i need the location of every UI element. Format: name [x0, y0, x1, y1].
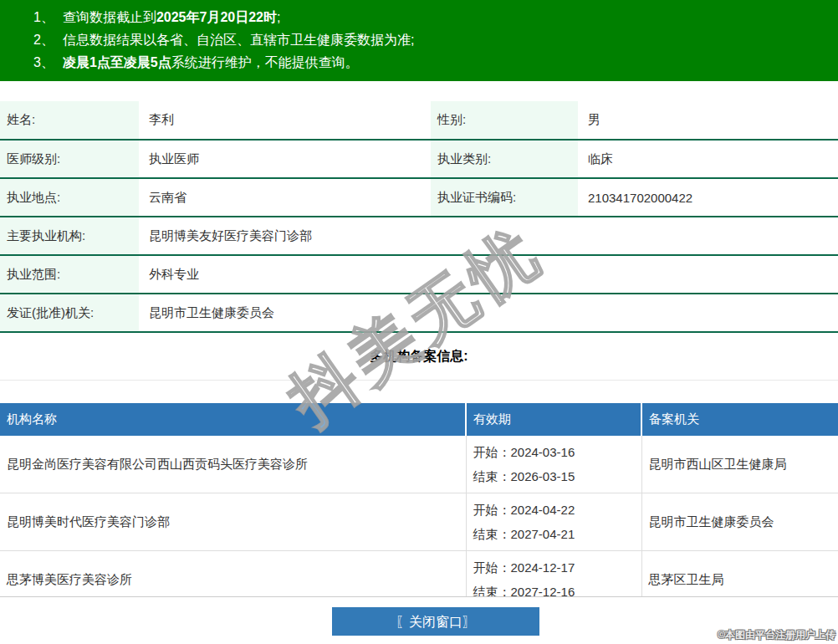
notice-text: 查询数据截止到2025年7月20日22时;	[63, 10, 281, 24]
info-value: 昆明市卫生健康委员会	[139, 294, 838, 332]
filing-table-body: 昆明金尚医疗美容有限公司西山西贡码头医疗美容诊所 开始：2024-03-16 结…	[0, 436, 838, 597]
info-label: 姓名:	[0, 101, 139, 140]
info-label: 发证(批准)机关:	[0, 294, 139, 332]
notice-text: 凌晨1点至凌晨5点系统进行维护，不能提供查询。	[63, 55, 359, 69]
filing-header-authority: 备案机关	[641, 403, 838, 436]
validity-end: 结束：2027-04-21	[473, 522, 635, 546]
info-row: 发证(批准)机关: 昆明市卫生健康委员会	[0, 294, 838, 332]
validity-end: 结束：2027-12-16	[473, 580, 635, 597]
info-value: 210341702000422	[578, 178, 838, 217]
filing-row: 思茅博美医疗美容诊所 开始：2024-12-17 结束：2027-12-16 思…	[0, 551, 838, 598]
section-title: 多机构备案信息:	[370, 349, 468, 363]
filing-table-wrap: 机构名称 有效期 备案机关 昆明金尚医疗美容有限公司西山西贡码头医疗美容诊所 开…	[0, 403, 838, 597]
info-value: 外科专业	[139, 255, 838, 294]
filing-org: 昆明金尚医疗美容有限公司西山西贡码头医疗美容诊所	[0, 436, 466, 493]
notice-item: 1、查询数据截止到2025年7月20日22时;	[33, 6, 825, 28]
info-value: 李利	[139, 101, 431, 140]
filing-validity: 开始：2024-12-17 结束：2027-12-16	[466, 551, 641, 598]
section-title-wrap: 多机构备案信息:	[0, 333, 838, 381]
info-value: 临床	[578, 140, 838, 178]
notice-item: 2、信息数据结果以各省、自治区、直辖市卫生健康委数据为准;	[33, 28, 825, 51]
filing-validity: 开始：2024-04-22 结束：2027-04-21	[466, 493, 641, 551]
validity-start: 开始：2024-03-16	[473, 440, 635, 464]
filing-authority: 思茅区卫生局	[641, 551, 838, 598]
info-label: 性别:	[431, 101, 578, 140]
info-row: 姓名: 李利 性别: 男	[0, 101, 838, 140]
close-window-button[interactable]: 〖关闭窗口〗	[332, 607, 539, 636]
upload-credit-text: ©本图由平台注册用户上传	[718, 628, 835, 642]
filing-row: 昆明博美时代医疗美容门诊部 开始：2024-04-22 结束：2027-04-2…	[0, 493, 838, 551]
filing-header-org: 机构名称	[0, 403, 466, 436]
info-table-body: 姓名: 李利 性别: 男 医师级别: 执业医师 执业类别: 临床 执业地点: 云…	[0, 101, 838, 332]
info-label: 执业范围:	[0, 255, 139, 294]
filing-org: 昆明博美时代医疗美容门诊部	[0, 493, 466, 551]
filing-org: 思茅博美医疗美容诊所	[0, 551, 466, 598]
filing-row: 昆明金尚医疗美容有限公司西山西贡码头医疗美容诊所 开始：2024-03-16 结…	[0, 436, 838, 493]
info-value: 云南省	[139, 178, 431, 217]
doctor-license-query-result-page: 1、查询数据截止到2025年7月20日22时; 2、信息数据结果以各省、自治区、…	[0, 0, 838, 644]
info-label: 执业证书编码:	[431, 178, 578, 217]
info-row: 执业地点: 云南省 执业证书编码: 210341702000422	[0, 178, 838, 217]
validity-end: 结束：2026-03-15	[473, 464, 635, 488]
filing-header-row: 机构名称 有效期 备案机关	[0, 403, 838, 436]
info-value: 男	[578, 101, 838, 140]
info-row: 主要执业机构: 昆明博美友好医疗美容门诊部	[0, 217, 838, 255]
info-row: 执业范围: 外科专业	[0, 255, 838, 294]
button-row: 〖关闭窗口〗	[0, 607, 838, 636]
doctor-info-table: 姓名: 李利 性别: 男 医师级别: 执业医师 执业类别: 临床 执业地点: 云…	[0, 101, 838, 333]
info-row: 医师级别: 执业医师 执业类别: 临床	[0, 140, 838, 178]
filing-header-validity: 有效期	[466, 403, 641, 436]
info-value: 昆明博美友好医疗美容门诊部	[139, 217, 838, 255]
filing-authority: 昆明市西山区卫生健康局	[641, 436, 838, 493]
notice-number: 1、	[33, 10, 63, 24]
notice-banner: 1、查询数据截止到2025年7月20日22时; 2、信息数据结果以各省、自治区、…	[0, 0, 838, 81]
notice-text: 信息数据结果以各省、自治区、直辖市卫生健康委数据为准;	[63, 33, 414, 47]
info-label: 执业类别:	[431, 140, 578, 178]
info-label: 医师级别:	[0, 140, 139, 178]
notice-item: 3、凌晨1点至凌晨5点系统进行维护，不能提供查询。	[33, 51, 825, 74]
validity-start: 开始：2024-12-17	[473, 555, 635, 580]
validity-start: 开始：2024-04-22	[473, 498, 635, 522]
info-label: 主要执业机构:	[0, 217, 139, 255]
info-value: 执业医师	[139, 140, 431, 178]
info-label: 执业地点:	[0, 178, 139, 217]
notice-number: 2、	[33, 33, 63, 47]
filing-authority: 昆明市卫生健康委员会	[641, 493, 838, 551]
filing-validity: 开始：2024-03-16 结束：2026-03-15	[466, 436, 641, 493]
notice-number: 3、	[33, 55, 63, 69]
filing-table: 机构名称 有效期 备案机关 昆明金尚医疗美容有限公司西山西贡码头医疗美容诊所 开…	[0, 403, 838, 597]
